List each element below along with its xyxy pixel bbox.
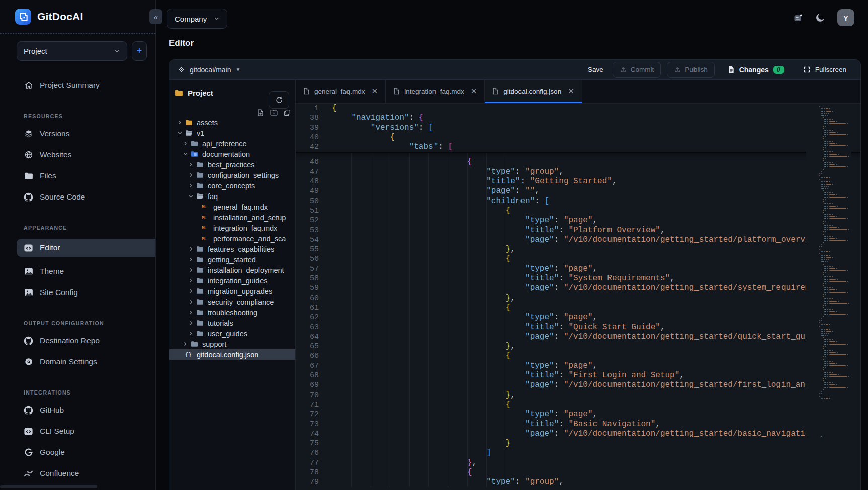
tree-item-assets[interactable]: assets	[169, 117, 295, 128]
code-line[interactable]: 39 "versions": [	[296, 123, 860, 133]
publish-button[interactable]: Publish	[667, 62, 714, 78]
sidebar-item-source-code[interactable]: Source Code	[24, 190, 155, 204]
sidebar-item-files[interactable]: Files	[24, 169, 155, 182]
tab-gitdocai-config-json[interactable]: gitdocai.config.json✕	[485, 80, 582, 103]
brand-logo[interactable]: GitDocAI	[0, 0, 155, 34]
code-line[interactable]: 79 "type": "group",	[296, 477, 860, 487]
tree-item-user-guides[interactable]: user_guides	[169, 328, 295, 339]
tree-item-integration-guides[interactable]: integration_guides	[169, 275, 295, 286]
tree-item-api-reference[interactable]: api_reference	[169, 138, 295, 149]
add-project-button[interactable]: +	[132, 41, 147, 61]
code-line[interactable]: 52 "type": "page",	[296, 216, 860, 225]
code-line[interactable]: 57 "type": "page",	[296, 264, 860, 274]
code-line[interactable]: 42 "tabs": [	[296, 142, 860, 152]
tree-item-migration-upgrades[interactable]: migration_upgrades	[169, 286, 295, 297]
tree-item-best-practices[interactable]: best_practices	[169, 159, 295, 170]
tree-item-general-faq-mdx[interactable]: M↓general_faq.mdx	[169, 202, 295, 212]
dark-mode-moon-icon[interactable]	[815, 12, 826, 23]
tree-item-installation-and-setup[interactable]: M↓installation_and_setup	[169, 212, 295, 223]
code-line[interactable]: 65 },	[296, 342, 860, 351]
refresh-tree-button[interactable]	[269, 91, 289, 109]
code-line[interactable]: 1{	[296, 104, 860, 113]
code-line[interactable]: 60 },	[296, 293, 860, 303]
tree-item-gitdocai-config-json[interactable]: {}gitdocai.config.json	[169, 349, 295, 360]
code-line[interactable]: 38 "navigation": {	[296, 113, 860, 123]
tree-item-documentation[interactable]: documentation	[169, 149, 295, 159]
code-line[interactable]: 56 {	[296, 254, 860, 264]
code-line[interactable]: 58 "title": "System Requirements",	[296, 274, 860, 283]
tab-general-faq-mdx[interactable]: general_faq.mdx✕	[296, 80, 386, 103]
code-line[interactable]: 48 "title": "Getting Started",	[296, 177, 860, 186]
code-line[interactable]: 61 {	[296, 303, 860, 313]
workspace-select[interactable]: Company	[167, 9, 227, 29]
code-editor[interactable]: 1{38 "navigation": {39 "versions": [40 {…	[296, 104, 860, 490]
new-file-icon[interactable]	[256, 109, 265, 117]
code-line[interactable]: 62 "type": "page",	[296, 313, 860, 322]
code-line[interactable]: 78 {	[296, 468, 860, 477]
save-button[interactable]: Save	[588, 66, 603, 73]
code-line[interactable]: 71 {	[296, 400, 860, 410]
sidebar-item-versions[interactable]: Versions	[24, 127, 155, 140]
sidebar-item-domain-settings[interactable]: Domain Settings	[24, 355, 155, 368]
tree-item-security-compliance[interactable]: security_compliance	[169, 297, 295, 307]
code-line[interactable]: 67 "type": "page",	[296, 361, 860, 371]
sidebar-item-destination-repo[interactable]: Destination Repo	[24, 334, 155, 347]
fullscreen-button[interactable]: Fullscreen	[803, 66, 846, 73]
sidebar-item-site-config[interactable]: Site Config	[24, 286, 155, 299]
sidebar-item-websites[interactable]: Websites	[24, 148, 155, 161]
code-line[interactable]: 49 "page": "",	[296, 186, 860, 196]
tree-item-troubleshooting[interactable]: troubleshooting	[169, 307, 295, 318]
code-line[interactable]: 72 "type": "page",	[296, 410, 860, 419]
code-line[interactable]: 55 },	[296, 245, 860, 254]
sidebar-item-project-summary[interactable]: Project Summary	[24, 79, 155, 92]
sidebar-item-editor[interactable]: Editor	[17, 239, 155, 257]
collapse-all-icon[interactable]	[283, 109, 291, 117]
code-line[interactable]: 51 {	[296, 206, 860, 216]
minimap[interactable]	[806, 104, 851, 436]
tree-item-core-concepts[interactable]: core_concepts	[169, 180, 295, 191]
code-line[interactable]: 46 {	[296, 157, 860, 167]
tree-item-support[interactable]: support	[169, 339, 295, 349]
tree-item-getting-started[interactable]: getting_started	[169, 254, 295, 265]
code-line[interactable]: 75 }	[296, 439, 860, 448]
code-line[interactable]: 66 {	[296, 351, 860, 361]
inbox-notification-icon[interactable]	[793, 13, 803, 23]
code-line[interactable]: 74 "page": "/v10/documentation/getting_s…	[296, 429, 860, 439]
tree-item-v1[interactable]: v1	[169, 128, 295, 138]
sidebar-scrollbar[interactable]	[0, 485, 97, 488]
project-select[interactable]: Project	[17, 41, 127, 61]
sidebar-item-theme[interactable]: Theme	[24, 265, 155, 278]
sidebar-item-google[interactable]: Google	[24, 446, 155, 459]
commit-button[interactable]: Commit	[613, 62, 661, 78]
sidebar-item-cli-setup[interactable]: CLI Setup	[24, 425, 155, 438]
code-line[interactable]: 64 "page": "/v10/documentation/getting_s…	[296, 332, 860, 342]
sidebar-item-github[interactable]: GitHub	[24, 404, 155, 417]
new-folder-icon[interactable]	[270, 109, 278, 117]
code-line[interactable]: 59 "page": "/v10/documentation/getting_s…	[296, 283, 860, 293]
user-avatar[interactable]: Y	[837, 9, 854, 26]
sidebar-collapse-button[interactable]: «	[149, 9, 162, 24]
code-line[interactable]: 47 "type": "group",	[296, 167, 860, 177]
tree-item-installation-deployment[interactable]: installation_deployment	[169, 265, 295, 275]
code-line[interactable]: 73 "title": "Basic Navigation",	[296, 420, 860, 429]
close-icon[interactable]: ✕	[471, 87, 477, 96]
tree-item-tutorials[interactable]: tutorials	[169, 318, 295, 328]
tree-item-features-capabilities[interactable]: features_capabilities	[169, 244, 295, 254]
sidebar-item-confluence[interactable]: Confluence	[24, 467, 155, 480]
code-line[interactable]: 76 ]	[296, 448, 860, 458]
code-line[interactable]: 53 "title": "Platform Overview",	[296, 226, 860, 235]
code-line[interactable]: 77 },	[296, 458, 860, 468]
branch-select[interactable]: gitdocai/main ▼	[178, 66, 240, 74]
close-icon[interactable]: ✕	[568, 87, 574, 96]
tab-integration-faq-mdx[interactable]: integration_faq.mdx✕	[386, 80, 485, 103]
code-line[interactable]: 40 {	[296, 133, 860, 142]
code-line[interactable]: 68 "title": "First Login and Setup",	[296, 371, 860, 380]
changes-button[interactable]: Changes 0	[728, 66, 784, 74]
code-line[interactable]: 70 },	[296, 390, 860, 400]
code-line[interactable]: 69 "page": "/v10/documentation/getting_s…	[296, 380, 860, 390]
tree-item-configuration-settings[interactable]: configuration_settings	[169, 170, 295, 180]
close-icon[interactable]: ✕	[372, 87, 378, 96]
code-line[interactable]: 63 "title": "Quick Start Guide",	[296, 323, 860, 332]
tree-item-performance-and-sca[interactable]: M↓performance_and_sca	[169, 233, 295, 244]
code-line[interactable]: 50 "children": [	[296, 197, 860, 206]
